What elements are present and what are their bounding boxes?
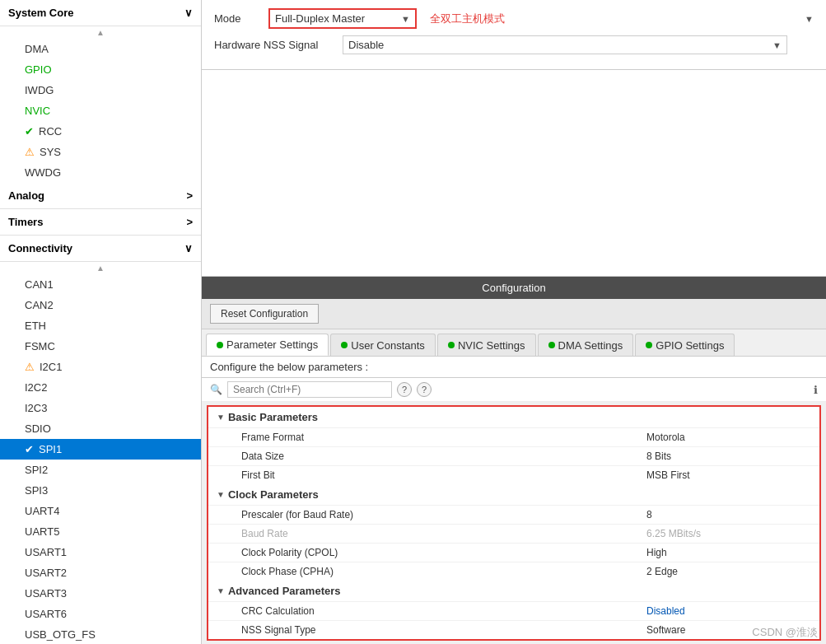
tab-dma-label: DMA Settings [558,339,623,352]
sidebar-item-i2c3[interactable]: I2C3 [0,398,201,418]
basic-params-label: Basic Parameters [228,411,318,423]
clock-phase-row: Clock Phase (CPHA) 2 Edge [208,562,819,581]
crc-calc-row: CRC Calculation Disabled [208,601,819,620]
sidebar: System Core ∨ ▲ DMA GPIO IWDG NVIC ✔RCC … [0,0,202,644]
data-size-value: 8 Bits [646,450,811,462]
tab-nvic-settings[interactable]: NVIC Settings [437,334,536,356]
sidebar-item-can2[interactable]: CAN2 [0,295,201,315]
tab-gpio-label: GPIO Settings [656,339,724,352]
sidebar-item-eth[interactable]: ETH [0,315,201,336]
tab-dot-nvic [448,342,455,348]
advanced-params-header[interactable]: ▼ Advanced Parameters [208,581,819,601]
tab-dot-user [341,342,348,348]
sidebar-connectivity-label: Connectivity [8,242,72,254]
prescaler-value: 8 [646,509,811,520]
sidebar-item-iwdg[interactable]: IWDG [0,80,201,100]
sidebar-analog-label: Analog [8,189,44,202]
check-icon-spi1: ✔ [25,443,34,455]
clock-params-header[interactable]: ▼ Clock Parameters [208,484,819,505]
connectivity-items: CAN1 CAN2 ETH FSMC ⚠I2C1 I2C2 I2C3 SDIO … [0,274,201,644]
frame-format-label: Frame Format [241,432,646,443]
sidebar-item-sdio[interactable]: SDIO [0,418,201,439]
hw-nss-value: Disable [348,39,384,51]
tabs-row: Parameter Settings User Constants NVIC S… [202,329,826,357]
tab-dma-settings[interactable]: DMA Settings [538,334,634,356]
prescaler-label: Prescaler (for Baud Rate) [241,509,646,520]
sidebar-system-core-label: System Core [8,7,73,19]
sidebar-item-uart4[interactable]: UART4 [0,501,201,521]
hw-nss-row: Hardware NSS Signal Disable ▼ [214,35,814,54]
mode-row: Mode Full-Duplex Master ▼ 全双工主机模式 ▼ [214,8,814,29]
sidebar-item-rcc[interactable]: ✔RCC [0,121,201,142]
config-section: Configuration Reset Configuration Parame… [202,276,826,644]
config-header-label: Configuration [482,282,545,294]
configure-text-label: Configure the below parameters : [210,361,368,373]
basic-params-header[interactable]: ▼ Basic Parameters [208,407,819,427]
empty-area [202,70,826,276]
sidebar-analog-arrow: > [186,189,193,202]
sidebar-item-usb-otg-fs[interactable]: USB_OTG_FS [0,624,201,644]
frame-format-value: Motorola [646,432,811,443]
info-button-left[interactable]: ? [397,382,412,397]
system-core-items: DMA GPIO IWDG NVIC ✔RCC ⚠SYS WWDG [0,39,201,183]
tab-user-constants[interactable]: User Constants [330,334,436,356]
config-header: Configuration [202,277,826,299]
sidebar-item-wwdg[interactable]: WWDG [0,162,201,183]
scroll-up-connectivity: ▲ [0,262,201,274]
clock-polarity-row: Clock Polarity (CPOL) High [208,543,819,562]
search-icon: 🔍 [210,384,222,395]
sidebar-analog[interactable]: Analog > [0,183,201,209]
check-icon: ✔ [25,125,34,138]
sidebar-item-i2c2[interactable]: I2C2 [0,377,201,398]
info-button-right[interactable]: ? [417,382,432,397]
sidebar-item-spi3[interactable]: SPI3 [0,480,201,501]
sidebar-item-spi2[interactable]: SPI2 [0,460,201,480]
sidebar-item-gpio[interactable]: GPIO [0,59,201,80]
tab-parameter-settings[interactable]: Parameter Settings [206,334,329,356]
sidebar-item-usart6[interactable]: USART6 [0,604,201,624]
sidebar-item-usart3[interactable]: USART3 [0,583,201,604]
warn-icon-i2c1: ⚠ [25,361,35,373]
data-size-label: Data Size [241,450,646,462]
search-input[interactable] [227,381,392,398]
sidebar-connectivity[interactable]: Connectivity ∨ [0,236,201,262]
prescaler-row: Prescaler (for Baud Rate) 8 [208,505,819,524]
mode-outer-arrow: ▼ [805,14,814,24]
frame-format-row: Frame Format Motorola [208,427,819,446]
mode-select[interactable]: Full-Duplex Master ▼ [268,8,417,29]
mode-area: Mode Full-Duplex Master ▼ 全双工主机模式 ▼ Hard… [202,0,826,70]
sidebar-system-core[interactable]: System Core ∨ [0,0,201,26]
config-toolbar: Reset Configuration [202,299,826,329]
sidebar-item-spi1[interactable]: ✔SPI1 [0,439,201,460]
tab-dot-gpio [646,342,652,348]
basic-params-arrow: ▼ [217,413,225,422]
nss-signal-row: NSS Signal Type Software [208,620,819,639]
tab-gpio-settings[interactable]: GPIO Settings [635,334,735,356]
sidebar-item-nvic[interactable]: NVIC [0,100,201,121]
sidebar-item-dma[interactable]: DMA [0,39,201,59]
crc-calc-label: CRC Calculation [241,605,646,617]
tab-param-label: Parameter Settings [226,338,318,351]
hw-nss-label: Hardware NSS Signal [214,39,338,51]
scroll-up-indicator: ▲ [0,26,201,39]
sidebar-item-can1[interactable]: CAN1 [0,274,201,295]
configure-text: Configure the below parameters : [202,357,826,378]
reset-configuration-button[interactable]: Reset Configuration [210,304,319,324]
tab-user-label: User Constants [351,339,425,352]
sidebar-item-usart2[interactable]: USART2 [0,562,201,583]
sidebar-timers[interactable]: Timers > [0,209,201,236]
sidebar-connectivity-arrow: ∨ [184,242,193,254]
search-row: 🔍 ? ? ℹ [202,378,826,402]
sidebar-item-uart5[interactable]: UART5 [0,521,201,542]
hw-nss-select[interactable]: Disable ▼ [343,35,787,54]
hw-nss-dropdown-arrow: ▼ [772,40,782,50]
tab-nvic-label: NVIC Settings [458,339,525,352]
clock-params-arrow: ▼ [217,490,225,499]
sidebar-item-sys[interactable]: ⚠SYS [0,142,201,162]
sidebar-item-fsmc[interactable]: FSMC [0,336,201,357]
sidebar-item-usart1[interactable]: USART1 [0,542,201,562]
sidebar-system-core-arrow: ∨ [184,7,193,19]
sidebar-item-i2c1[interactable]: ⚠I2C1 [0,357,201,377]
first-bit-value: MSB First [646,469,811,481]
clock-phase-label: Clock Phase (CPHA) [241,566,646,577]
